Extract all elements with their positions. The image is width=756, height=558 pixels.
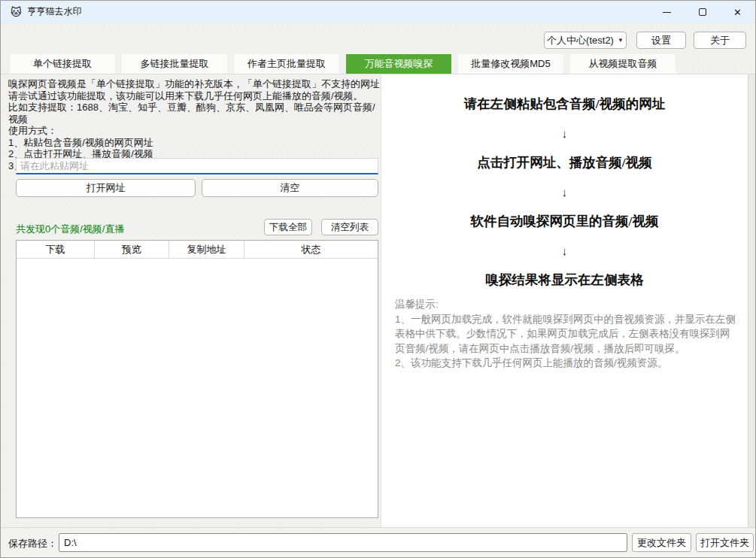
step-results-shown: 嗅探结果将显示在左侧表格	[381, 265, 748, 295]
window-right-edge	[748, 74, 756, 527]
tab-extract-audio-from-video[interactable]: 从视频提取音频	[570, 54, 676, 74]
column-header-preview: 预览	[95, 241, 169, 258]
clear-list-button[interactable]: 清空列表	[321, 219, 378, 235]
down-arrow-icon: ↓	[381, 236, 748, 265]
url-input[interactable]	[16, 158, 378, 174]
tab-single-link-extract[interactable]: 单个链接提取	[10, 54, 115, 74]
table-header-row: 下载 预览 复制地址 状态	[17, 241, 378, 259]
tips-text: 温馨提示: 1、一般网页加载完成，软件就能嗅探到网页中的音视频资源，并显示在左侧…	[395, 297, 736, 371]
clear-url-button[interactable]: 清空	[202, 179, 378, 197]
step-open-play: 点击打开网址、播放音频/视频	[381, 148, 748, 177]
column-header-status: 状态	[244, 241, 378, 258]
open-url-button[interactable]: 打开网址	[16, 179, 196, 197]
download-all-button[interactable]: 下载全部	[264, 219, 312, 235]
save-path-label: 保存路径：	[8, 537, 57, 550]
tab-author-page-batch-extract[interactable]: 作者主页批量提取	[234, 54, 339, 74]
account-label: 个人中心(test2)	[547, 34, 614, 47]
settings-button[interactable]: 设置	[636, 32, 686, 49]
cat-app-icon: 🐱	[11, 6, 22, 18]
column-header-copy-url: 复制地址	[169, 241, 244, 258]
app-title: 亨亨猫去水印	[28, 5, 82, 18]
open-folder-button[interactable]: 打开文件夹	[696, 533, 754, 552]
down-arrow-icon: ↓	[381, 177, 748, 207]
change-folder-button[interactable]: 更改文件夹	[632, 533, 691, 552]
down-arrow-icon: ↓	[381, 119, 748, 148]
step-auto-sniff: 软件自动嗅探网页里的音频/视频	[381, 207, 748, 236]
about-button[interactable]: 关于	[694, 32, 746, 49]
tab-bar: 单个链接提取 多链接批量提取 作者主页批量提取 万能音视频嗅探 批量修改视频MD…	[10, 54, 676, 74]
maximize-button[interactable]	[685, 1, 720, 23]
tab-batch-modify-md5[interactable]: 批量修改视频MD5	[458, 54, 563, 74]
step-paste-url: 请在左侧粘贴包含音频/视频的网址	[381, 89, 748, 119]
right-panel: 请在左侧粘贴包含音频/视频的网址 ↓ 点击打开网址、播放音频/视频 ↓ 软件自动…	[381, 74, 748, 527]
chevron-down-icon: ▼	[618, 37, 624, 44]
save-path-input[interactable]	[59, 533, 627, 552]
found-count-text: 共发现0个音频/视频/直播	[16, 223, 124, 236]
table-body-empty	[17, 259, 378, 517]
account-dropdown[interactable]: 个人中心(test2) ▼	[544, 32, 627, 49]
close-button[interactable]: ✕	[720, 1, 755, 23]
minimize-button[interactable]	[649, 1, 685, 23]
window-controls: ✕	[649, 1, 755, 23]
sniff-results-table: 下载 预览 复制地址 状态	[16, 240, 378, 518]
app-window: 🐱 亨亨猫去水印 ✕ 个人中心(test2) ▼ 设置 关于 单个链接提取 多链…	[0, 0, 756, 558]
titlebar: 🐱 亨亨猫去水印 ✕	[1, 1, 755, 23]
column-header-download: 下载	[17, 241, 95, 258]
minimize-icon	[663, 12, 671, 13]
tab-universal-av-sniffer[interactable]: 万能音视频嗅探	[346, 54, 451, 74]
tab-multi-link-batch-extract[interactable]: 多链接批量提取	[122, 54, 227, 74]
maximize-icon	[699, 8, 706, 16]
usage-steps: 请在左侧粘贴包含音频/视频的网址 ↓ 点击打开网址、播放音频/视频 ↓ 软件自动…	[381, 89, 748, 295]
left-panel: 嗅探网页音视频是「单个链接提取」功能的补充版本，「单个链接提取」不支持的网址请尝…	[1, 74, 381, 527]
bottom-bar: 保存路径： 更改文件夹 打开文件夹	[1, 527, 756, 558]
